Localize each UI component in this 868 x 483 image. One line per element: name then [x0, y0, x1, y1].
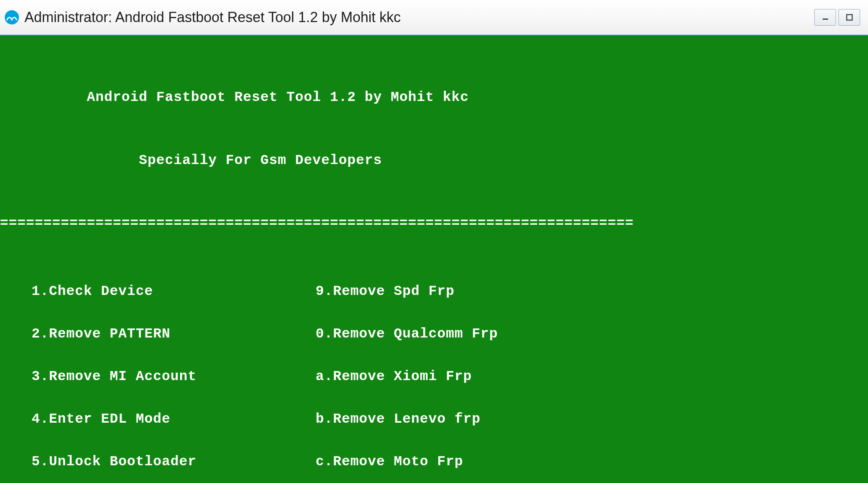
app-window: Administrator: Android Fastboot Reset To…	[0, 0, 868, 483]
svg-rect-2	[847, 15, 852, 20]
titlebar: Administrator: Android Fastboot Reset To…	[0, 0, 868, 35]
header-line-1: Android Fastboot Reset Tool 1.2 by Mohit…	[0, 89, 868, 106]
maximize-button[interactable]	[838, 9, 860, 26]
minimize-button[interactable]	[814, 9, 836, 26]
menu-item-0: 0.Remove Qualcomm Frp	[316, 326, 498, 342]
menu-item-b: b.Remove Lenevo frp	[316, 411, 481, 427]
svg-rect-1	[823, 19, 828, 20]
app-icon	[4, 9, 20, 25]
terminal-area[interactable]: Android Fastboot Reset Tool 1.2 by Mohit…	[0, 35, 868, 483]
separator-equals: ========================================…	[0, 215, 868, 232]
window-title: Administrator: Android Fastboot Reset To…	[24, 9, 814, 26]
svg-point-0	[5, 10, 19, 24]
menu-item-a: a.Remove Xiomi Frp	[316, 368, 472, 385]
menu-item-1: 1.Check Device	[0, 283, 316, 300]
terminal-content: Android Fastboot Reset Tool 1.2 by Mohit…	[0, 73, 868, 483]
menu-item-3: 3.Remove MI Account	[0, 368, 316, 385]
menu-item-9: 9.Remove Spd Frp	[316, 283, 455, 300]
menu-item-4: 4.Enter EDL Mode	[0, 411, 316, 427]
menu-item-2: 2.Remove PATTERN	[0, 326, 316, 342]
menu-item-c: c.Remove Moto Frp	[316, 453, 463, 470]
header-line-2: Specially For Gsm Developers	[0, 152, 868, 169]
window-controls	[814, 9, 860, 26]
menu-item-5: 5.Unlock Bootloader	[0, 453, 316, 470]
